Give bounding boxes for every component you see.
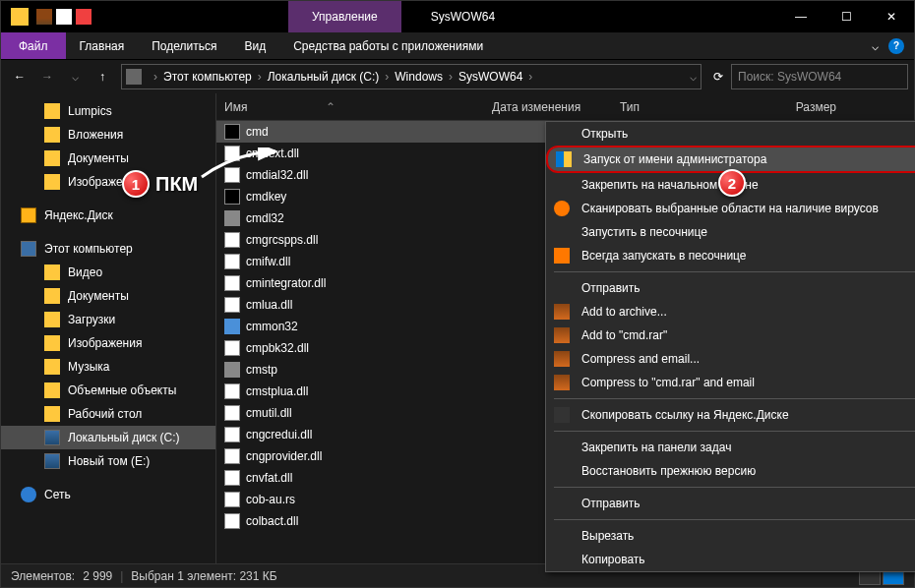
breadcrumb-segment[interactable]: Windows [395, 70, 443, 84]
column-type[interactable]: Тип [620, 100, 767, 114]
qat-icons [36, 9, 92, 25]
file-name-label: cngcredui.dll [246, 428, 312, 441]
breadcrumb-segment[interactable]: Этот компьютер [163, 70, 252, 84]
sidebar-item[interactable]: Яндекс.Диск [1, 204, 215, 227]
file-name-label: cmmon32 [246, 320, 298, 333]
context-menu-item[interactable]: Отправить▶ [546, 492, 915, 515]
sidebar-item-label: Сеть [44, 488, 71, 501]
file-name-label: cmlua.dll [246, 298, 292, 312]
sidebar-item-label: Документы [68, 151, 129, 165]
column-name[interactable]: Имя⌃ [216, 100, 492, 114]
context-menu-item[interactable]: Всегда запускать в песочнице [546, 244, 915, 267]
ribbon-tab[interactable]: Вид [230, 32, 279, 59]
context-menu-item[interactable]: Вырезать [546, 524, 915, 548]
context-menu-item[interactable]: Отправить▶ [546, 276, 915, 300]
rar-icon [554, 351, 570, 367]
sidebar-item[interactable]: Видео [1, 261, 215, 284]
breadcrumb-segment[interactable]: Локальный диск (C:) [268, 70, 380, 84]
sandbox-icon [554, 248, 570, 264]
sidebar: LumpicsВложенияДокументыИзображенияЯндек… [1, 93, 215, 563]
context-menu-item[interactable]: Открыть [546, 122, 915, 146]
sidebar-item-label: Рабочий стол [68, 407, 142, 421]
menu-item-label: Запуск от имени администратора [583, 152, 766, 166]
sidebar-item[interactable]: Загрузки [1, 308, 215, 331]
file-icon [224, 297, 240, 313]
breadcrumb-segment[interactable]: SysWOW64 [458, 70, 522, 84]
ribbon-tab[interactable]: Главная [66, 32, 139, 59]
sidebar-item[interactable]: Документы [1, 284, 215, 308]
sidebar-item[interactable]: Сеть [1, 483, 215, 506]
context-menu-item[interactable]: Add to "cmd.rar" [546, 323, 915, 347]
sidebar-item[interactable]: Вложения [1, 123, 215, 147]
sidebar-item[interactable]: Новый том (E:) [1, 449, 215, 473]
file-icon [224, 340, 240, 356]
search-input[interactable]: Поиск: SysWOW64 [731, 64, 908, 89]
context-menu-item[interactable]: Скопировать ссылку на Яндекс.Диске [546, 403, 915, 427]
sidebar-item[interactable]: Этот компьютер [1, 237, 215, 261]
annotation-arrow [197, 147, 285, 187]
ribbon-expand-icon[interactable]: ⌵ [872, 39, 879, 53]
breadcrumb-icon [126, 69, 142, 85]
menu-item-label: Отправить [581, 497, 640, 510]
file-name-label: cmgrcspps.dll [246, 233, 318, 247]
context-menu-item[interactable]: Закрепить на панели задач [546, 436, 915, 459]
sidebar-item[interactable]: Lumpics [1, 99, 215, 123]
sidebar-item[interactable]: Музыка [1, 355, 215, 379]
menu-item-label: Закрепить на панели задач [581, 441, 731, 454]
sidebar-item[interactable]: Документы [1, 147, 215, 170]
back-button[interactable]: ← [7, 64, 32, 89]
sidebar-item[interactable]: Объемные объекты [1, 379, 215, 402]
context-menu-item[interactable]: Восстановить прежнюю версию [546, 459, 915, 483]
ribbon-file-tab[interactable]: Файл [1, 32, 66, 59]
rar-icon [554, 304, 570, 320]
minimize-button[interactable]: — [778, 1, 824, 32]
context-menu-item[interactable]: Копировать [546, 548, 915, 571]
sidebar-item[interactable]: Изображения [1, 331, 215, 355]
context-menu-item[interactable]: Compress and email... [546, 347, 915, 371]
column-headers: Имя⌃ Дата изменения Тип Размер [216, 93, 914, 121]
context-menu-item[interactable]: Compress to "cmd.rar" and email [546, 371, 915, 394]
close-button[interactable]: ✕ [869, 1, 914, 32]
context-menu-item[interactable]: Add to archive... [546, 300, 915, 323]
file-icon [224, 448, 240, 464]
ribbon-tab[interactable]: Поделиться [138, 32, 230, 59]
breadcrumb-sep-icon: › [528, 70, 532, 84]
forward-button[interactable]: → [34, 64, 60, 89]
folder-icon [44, 430, 60, 445]
up-button[interactable]: ↑ [90, 64, 115, 89]
qat-icon[interactable] [76, 9, 92, 25]
avast-icon [554, 201, 570, 216]
sidebar-item[interactable]: Рабочий стол [1, 402, 215, 426]
file-name-label: cmdl32 [246, 211, 284, 225]
column-date[interactable]: Дата изменения [492, 100, 620, 114]
context-menu-item[interactable]: Запустить в песочнице [546, 220, 915, 244]
file-name-label: colbact.dll [246, 514, 298, 528]
explorer-window: Управление SysWOW64 — ☐ ✕ Файл ГлавнаяПо… [0, 0, 915, 588]
folder-icon [44, 288, 60, 304]
folder-icon [21, 241, 36, 257]
qat-icon[interactable] [36, 9, 52, 25]
column-size[interactable]: Размер [767, 100, 846, 114]
breadcrumb[interactable]: › Этот компьютер›Локальный диск (C:)›Win… [121, 64, 702, 89]
recent-button[interactable]: ⌵ [62, 64, 88, 89]
titlebar: Управление SysWOW64 — ☐ ✕ [1, 1, 914, 32]
context-menu-item[interactable]: Сканировать выбранные области на наличие… [546, 197, 915, 220]
sidebar-item[interactable]: Локальный диск (C:) [1, 426, 215, 449]
file-name-label: cnvfat.dll [246, 471, 292, 485]
contextual-tab[interactable]: Управление [288, 1, 401, 32]
file-icon [224, 427, 240, 442]
folder-icon [44, 382, 60, 398]
ribbon-tab[interactable]: Средства работы с приложениями [279, 32, 497, 59]
sidebar-item-label: Lumpics [68, 104, 112, 118]
folder-icon [44, 127, 60, 143]
menu-item-label: Скопировать ссылку на Яндекс.Диске [581, 408, 789, 422]
maximize-button[interactable]: ☐ [824, 1, 869, 32]
qat-icon[interactable] [56, 9, 72, 25]
folder-icon [21, 487, 36, 502]
yadisk-icon [554, 407, 570, 423]
menu-item-label: Сканировать выбранные области на наличие… [581, 202, 879, 215]
help-icon[interactable]: ? [888, 38, 904, 54]
folder-icon [44, 150, 60, 166]
callout-2: 2 [718, 169, 746, 197]
refresh-button[interactable]: ⟳ [713, 70, 723, 84]
